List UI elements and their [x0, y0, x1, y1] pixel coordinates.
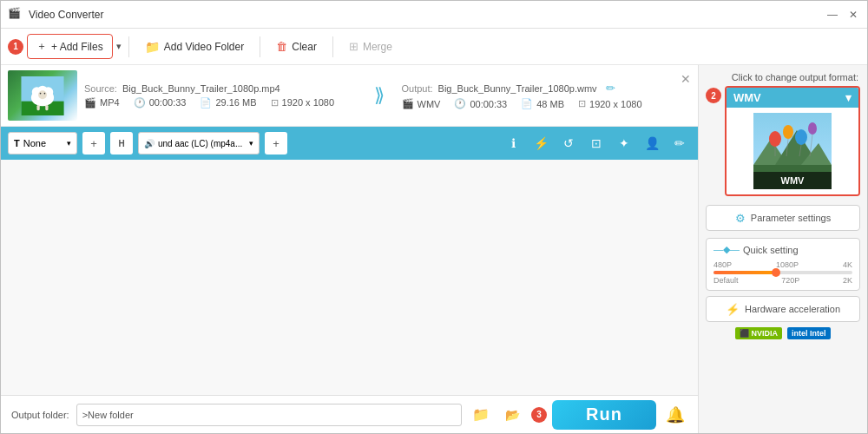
window-controls: — ✕ [825, 8, 860, 22]
edit-pencil-button[interactable]: ✏ [668, 132, 691, 155]
quality-slider-fill [713, 271, 776, 274]
dropdown-icon: ▾ [116, 41, 122, 52]
quality-slider[interactable] [713, 271, 852, 274]
svg-rect-10 [45, 104, 48, 110]
add-files-button[interactable]: ＋ + Add Files [27, 34, 113, 59]
svg-rect-9 [36, 104, 39, 110]
badge-2: 2 [706, 88, 721, 103]
rotate-button[interactable]: ↺ [557, 132, 580, 155]
run-button[interactable]: Run [552, 400, 656, 430]
folder-icon: 📁 [145, 40, 160, 54]
out-clock-icon: 🕐 [454, 98, 466, 109]
quality-slider-thumb[interactable] [772, 268, 780, 277]
output-details: 🎬 WMV 🕐 00:00:33 📄 48 MB ⊡ [402, 98, 674, 109]
minimize-button[interactable]: — [825, 8, 839, 22]
add-folder-button[interactable]: 📁 Add Video Folder [136, 36, 253, 58]
out-video-icon: 🎬 [402, 98, 414, 109]
svg-point-18 [795, 129, 807, 145]
main-area: Source: Big_Buck_Bunny_Trailer_1080p.mp4… [1, 65, 867, 433]
clear-button[interactable]: 🗑 Clear [267, 36, 326, 57]
crop-button[interactable]: ⊡ [585, 132, 608, 155]
nvidia-icon: ⬛ [740, 329, 749, 338]
toolbar: 1 ＋ + Add Files ▾ 📁 Add Video Folder 🗑 C… [1, 29, 867, 65]
open-folder-button[interactable]: 📂 [500, 403, 524, 427]
right-panel-title: Click to change output format: [699, 65, 867, 86]
quick-setting-label: Quick setting [743, 245, 799, 255]
bottom-bar: Output folder: 📁 📂 3 Run 🔔 [1, 395, 698, 433]
format-dropdown-icon: ▾ [845, 91, 852, 104]
quality-4k: 4K [843, 260, 852, 269]
add-audio-button[interactable]: + [265, 132, 287, 155]
out-format: WMV [418, 99, 441, 109]
quality-1080p: 1080P [776, 260, 799, 269]
svg-point-6 [38, 90, 47, 99]
add-folder-label: Add Video Folder [164, 41, 245, 53]
effect-button[interactable]: ✦ [613, 132, 635, 155]
audio-icon: 🔊 [144, 139, 155, 148]
merge-icon: ⊞ [349, 40, 358, 53]
hw-icon: ⚡ [726, 303, 740, 316]
clear-label: Clear [292, 41, 317, 53]
nvidia-badge: ⬛ NVIDIA [735, 327, 782, 339]
add-files-label: + Add Files [51, 41, 103, 53]
audio-select[interactable]: 🔊 und aac (LC) (mp4a... ▾ [138, 132, 260, 155]
file-close-button[interactable]: ✕ [681, 70, 691, 121]
format-header[interactable]: WMV ▾ [727, 88, 858, 108]
parameter-settings-button[interactable]: ⚙ Parameter settings [706, 205, 860, 231]
quality-default: Default [713, 276, 739, 285]
out-resolution: 1920 x 1080 [589, 99, 642, 109]
empty-content-area [1, 160, 698, 395]
video-icon: 🎬 [84, 97, 96, 108]
sheep-image [21, 76, 64, 115]
quick-setting-title: —◆— Quick setting [713, 244, 852, 255]
text-icon: T [14, 138, 20, 148]
quality-2k: 2K [843, 276, 852, 285]
merge-button[interactable]: ⊞ Merge [340, 36, 401, 57]
app-icon: 🎬 [8, 7, 23, 23]
quality-labels-bottom: Default 720P 2K [713, 276, 852, 285]
source-info: Source: Big_Buck_Bunny_Trailer_1080p.mp4… [84, 70, 357, 121]
out-duration-item: 🕐 00:00:33 [454, 98, 507, 109]
output-label: Output: [402, 83, 433, 94]
src-duration: 00:00:33 [149, 97, 187, 108]
alarm-button[interactable]: 🔔 [663, 403, 687, 427]
source-filename: Big_Buck_Bunny_Trailer_1080p.mp4 [122, 83, 280, 94]
watermark-button[interactable]: 👤 [641, 132, 663, 155]
quality-720p: 720P [781, 276, 799, 285]
resolution-icon: ⊡ [271, 97, 279, 108]
svg-point-17 [783, 125, 793, 139]
run-area: 3 Run [531, 400, 656, 430]
output-info: Output: Big_Buck_Bunny_Trailer_1080p.wmv… [402, 70, 674, 121]
wmv-preview-image: WMV [753, 113, 832, 189]
dropdown-arrow[interactable]: ▾ [116, 41, 122, 52]
enhance-button[interactable]: ⚡ [529, 132, 552, 155]
hw-accel-label: Hardware acceleration [745, 304, 840, 314]
file-row: Source: Big_Buck_Bunny_Trailer_1080p.mp4… [1, 65, 698, 127]
out-file-icon: 📄 [521, 98, 533, 109]
source-row: Source: Big_Buck_Bunny_Trailer_1080p.mp4 [84, 83, 357, 94]
add-text-button[interactable]: + [82, 132, 105, 155]
source-details: 🎬 MP4 🕐 00:00:33 📄 29.16 MB ⊡ [84, 97, 357, 108]
quick-setting-panel: —◆— Quick setting 480P 1080P 4K Default … [706, 238, 860, 291]
file-thumbnail [8, 70, 77, 121]
dropdown-chevron: ▾ [67, 139, 71, 148]
text-settings-button[interactable]: H [110, 132, 133, 155]
src-format: MP4 [100, 97, 120, 108]
out-size: 48 MB [536, 99, 564, 109]
separator-3 [332, 36, 333, 57]
svg-point-16 [769, 131, 781, 147]
close-button[interactable]: ✕ [846, 8, 860, 22]
out-resolution-icon: ⊡ [578, 98, 586, 109]
info-button[interactable]: ℹ [502, 132, 524, 155]
clock-icon: 🕐 [134, 97, 146, 108]
browse-folder-button[interactable]: 📁 [469, 403, 493, 427]
format-selector[interactable]: WMV ▾ [725, 86, 860, 196]
gpu-badges-row: ⬛ NVIDIA intel Intel [706, 327, 860, 339]
hardware-acceleration-button[interactable]: ⚡ Hardware acceleration [706, 296, 860, 322]
svg-text:WMV: WMV [781, 175, 806, 186]
output-filename: Big_Buck_Bunny_Trailer_1080p.wmv [438, 83, 597, 94]
svg-point-8 [44, 92, 46, 94]
edit-pencil-icon[interactable]: ✏ [606, 82, 615, 95]
text-type-select[interactable]: T None ▾ [8, 132, 77, 155]
output-path-input[interactable] [76, 404, 462, 426]
